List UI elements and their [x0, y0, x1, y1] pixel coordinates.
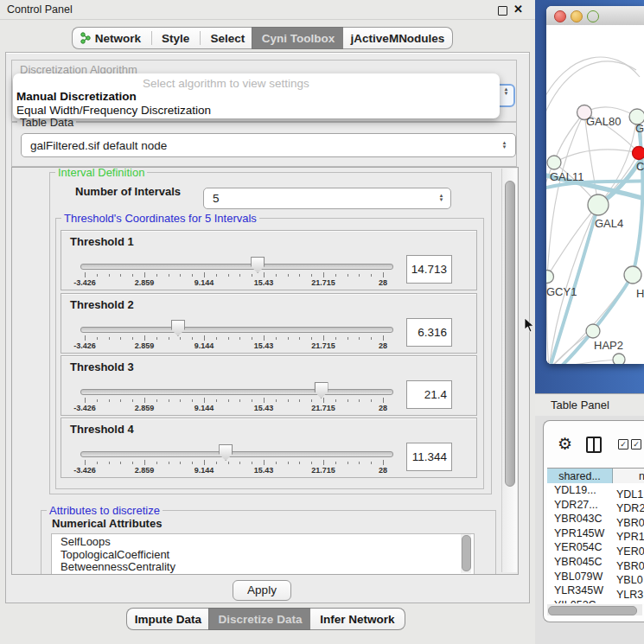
table-row[interactable]: YER054CYER0 [547, 540, 644, 555]
column-header-name[interactable]: na [613, 469, 644, 484]
network-node-GCY1[interactable] [546, 271, 554, 284]
threshold-slider-thumb[interactable] [219, 444, 233, 461]
number-of-intervals-label: Number of Intervals [75, 185, 181, 198]
table-row[interactable]: YDL19...YDL1 [547, 483, 644, 498]
settings-vertical-scrollbar[interactable] [501, 169, 517, 572]
tab-label: Network [95, 32, 141, 45]
threshold-panel: Threshold 4 -3.4262.8599.14415.4321.7152… [61, 418, 477, 478]
node-label: HAP2 [594, 339, 623, 352]
threshold-value-field[interactable]: 11.344 [406, 443, 452, 471]
settings-scroll-pane: Interval Definition Number of Intervals … [11, 167, 519, 575]
table-data-combobox-value: galFiltered.sif default node [30, 139, 167, 152]
cell-shared-name: YBR045C [547, 555, 613, 570]
network-node-bottom-node[interactable] [613, 354, 625, 364]
network-edge[interactable] [546, 57, 640, 107]
table-row[interactable]: YBR043CYBR0 [547, 512, 644, 526]
threshold-value-field[interactable]: 6.316 [406, 318, 452, 347]
network-node-HAP2[interactable] [586, 324, 600, 338]
node-table-panel: ⚙ ✓ ✓ shared... na YDL19...YDL1 YDR27...… [543, 420, 644, 622]
cell-shared-name: YER054C [547, 540, 613, 555]
column-header-shared-name[interactable]: shared... [547, 469, 613, 484]
table-data-combobox[interactable]: galFiltered.sif default node ▲▼ [21, 133, 516, 157]
threshold-panel: Threshold 3 -3.4262.8599.14415.4321.7152… [61, 355, 477, 416]
window-minimize-icon[interactable] [571, 10, 583, 22]
cyni-toolbox-panel: Discretization Algorithm ▲▼ Select algor… [5, 52, 530, 603]
checkbox-icon[interactable]: ✓ [618, 439, 628, 450]
tab-style[interactable]: Style [158, 32, 193, 45]
threshold-value-field[interactable]: 21.4 [406, 380, 452, 409]
threshold-slider-track[interactable] [80, 264, 393, 270]
tab-group-left: Network Style Select [72, 27, 252, 49]
node-label: C [636, 160, 644, 173]
table-row[interactable]: YIL052CYIL0 [547, 598, 644, 603]
network-canvas[interactable]: GAL80GCGAL11GAL4GCY1HHAP2 [546, 25, 644, 364]
attribute-list-item[interactable]: SelfLoops [61, 536, 474, 549]
checkbox-icon[interactable]: ✓ [631, 439, 641, 450]
threshold-slider-thumb[interactable] [251, 257, 265, 273]
tab-select[interactable]: Select [207, 32, 248, 45]
algorithm-dropdown-popup: Select algorithm to view settings Manual… [13, 73, 500, 118]
threshold-slider-thumb[interactable] [315, 382, 328, 399]
network-view-window: GAL80GCGAL11GAL4GCY1HHAP2 [546, 6, 644, 364]
gear-icon[interactable]: ⚙ [558, 436, 572, 452]
attribute-list-item[interactable]: TopologicalCoefficient [61, 549, 474, 562]
node-label: GCY1 [546, 285, 577, 298]
table-row[interactable]: YBL079WYBL0 [547, 570, 644, 584]
threshold-slider-track[interactable] [80, 451, 393, 457]
tab-impute-data[interactable]: Impute Data [126, 608, 209, 630]
float-window-icon[interactable] [498, 6, 507, 16]
network-icon [80, 32, 92, 44]
table-rows: YDL19...YDL1 YDR27...YDR2 YBR043CYBR0 YP… [547, 483, 644, 603]
tab-discretize-data[interactable]: Discretize Data [208, 608, 312, 630]
table-row[interactable]: YPR145WYPR1 [547, 526, 644, 541]
attributes-list-scrollbar[interactable] [461, 534, 471, 573]
network-edge[interactable] [554, 112, 584, 163]
threshold-slider-track[interactable] [80, 389, 393, 395]
table-horizontal-scrollbar[interactable] [547, 604, 642, 615]
network-node-red-node[interactable] [633, 147, 644, 160]
close-icon[interactable]: ✕ [513, 3, 523, 16]
number-of-intervals-value: 5 [213, 192, 220, 205]
node-label: G [635, 122, 644, 135]
table-row[interactable]: YDR27...YDR2 [547, 498, 644, 513]
control-panel-titlebar: Control Panel ✕ [0, 0, 535, 20]
table-row[interactable]: YBR045CYBR0 [547, 555, 644, 570]
threshold-label: Threshold 2 [70, 298, 134, 311]
apply-button[interactable]: Apply [233, 580, 291, 601]
spinner-arrows-icon: ▲▼ [502, 87, 510, 96]
threshold-slider-track[interactable] [80, 327, 393, 333]
network-edge-highlighted[interactable] [549, 205, 598, 364]
tab-cyni-toolbox[interactable]: Cyni Toolbox [252, 27, 345, 49]
threshold-label: Threshold 3 [70, 360, 134, 373]
number-of-intervals-combobox[interactable]: 5 ▲▼ [203, 188, 451, 209]
cell-shared-name: YPR145W [547, 526, 613, 541]
threshold-label: Threshold 4 [70, 423, 134, 436]
table-row[interactable]: YLR345WYLR3 [547, 583, 644, 598]
network-node-GAL4[interactable] [588, 194, 609, 215]
control-panel-title: Control Panel [7, 3, 73, 16]
popup-option-manual-discretization[interactable]: Manual Discretization [16, 90, 137, 103]
threshold-value-field[interactable]: 14.713 [406, 255, 452, 284]
popup-option-equal-width[interactable]: Equal Width/Frequency Discretization [16, 104, 211, 117]
attribute-list-item[interactable]: BetweennessCentrality [61, 561, 474, 574]
columns-icon[interactable] [586, 437, 602, 453]
table-panel-title: Table Panel [551, 399, 609, 411]
node-label: GAL11 [550, 170, 584, 183]
network-window-titlebar[interactable] [546, 6, 644, 26]
threshold-panel: Threshold 2 -3.4262.8599.14415.4321.7152… [61, 293, 477, 354]
window-zoom-icon[interactable] [587, 10, 599, 22]
table-header-row: shared... na [547, 468, 644, 485]
node-label: GAL4 [595, 217, 623, 230]
popup-hint: Select algorithm to view settings [143, 77, 309, 90]
table-panel-titlebar: Table Panel [535, 393, 644, 418]
network-node-H-node[interactable] [624, 266, 641, 284]
network-edge[interactable] [549, 360, 619, 364]
tab-jactivemnodules[interactable]: jActiveMNodules [343, 27, 453, 49]
threshold-slider-thumb[interactable] [171, 320, 185, 336]
tab-network[interactable]: Network [76, 32, 144, 45]
tab-infer-network[interactable]: Infer Network [310, 608, 405, 630]
network-node-GAL11[interactable] [547, 156, 561, 169]
threshold-label: Threshold 1 [70, 235, 134, 248]
cell-shared-name: YBR043C [547, 512, 613, 526]
window-close-icon[interactable] [554, 10, 566, 22]
